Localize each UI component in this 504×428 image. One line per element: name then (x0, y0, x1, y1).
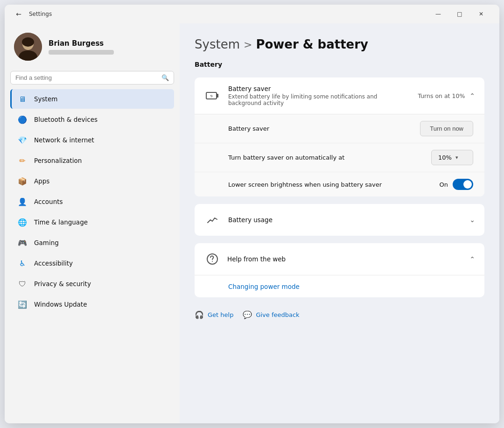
accounts-icon: 👤 (17, 196, 28, 207)
toggle-knob (463, 180, 472, 189)
auto-battery-label: Turn battery saver on automatically at (228, 154, 431, 161)
minimize-button[interactable]: — (427, 7, 449, 21)
give-feedback-label: Give feedback (256, 311, 299, 318)
search-box[interactable]: 🔍 (10, 71, 174, 84)
search-input[interactable] (15, 74, 158, 81)
battery-saver-text: Battery saver Extend battery life by lim… (228, 85, 410, 106)
sidebar-item-label: Personalization (34, 157, 82, 164)
battery-saver-inner-label: Battery saver (228, 125, 420, 132)
breadcrumb-system[interactable]: System (195, 37, 240, 51)
window-controls: — □ ✕ (427, 7, 492, 21)
footer-links: 🎧 Get help 💬 Give feedback (195, 305, 484, 321)
battery-saver-desc: Extend battery life by limiting some not… (228, 93, 410, 106)
brightness-state: On (440, 181, 448, 188)
sidebar-item-label: Gaming (34, 239, 59, 246)
privacy-icon: 🛡 (17, 279, 28, 289)
get-help-icon: 🎧 (195, 310, 204, 319)
breadcrumb-current: Power & battery (256, 37, 368, 51)
give-feedback-icon: 💬 (243, 310, 252, 319)
help-card: Help from the web ⌃ Changing power mode (195, 243, 484, 297)
breadcrumb: System > Power & battery (195, 37, 484, 51)
sidebar: Brian Burgess 🔍 🖥 System 🔵 Bluetooth & d… (5, 23, 180, 423)
svg-point-4 (22, 37, 34, 47)
system-icon: 🖥 (17, 94, 28, 104)
battery-usage-card: Battery usage ⌄ (195, 204, 484, 236)
main-content: System > Power & battery Battery (180, 23, 499, 423)
breadcrumb-separator: > (244, 39, 252, 50)
maximize-button[interactable]: □ (449, 7, 470, 21)
sidebar-item-label: Accessibility (34, 260, 73, 267)
sidebar-item-privacy[interactable]: 🛡 Privacy & security (10, 274, 174, 294)
user-profile: Brian Burgess (10, 27, 174, 70)
battery-usage-icon (204, 211, 221, 228)
sidebar-item-label: Accounts (34, 198, 63, 205)
sidebar-item-label: Network & internet (34, 136, 94, 144)
auto-battery-saver-row: Turn battery saver on automatically at 1… (195, 143, 484, 172)
close-button[interactable]: ✕ (470, 7, 492, 21)
get-help-link[interactable]: 🎧 Get help (195, 310, 233, 319)
sidebar-item-apps[interactable]: 📦 Apps (10, 171, 174, 191)
user-sub-info (49, 50, 114, 55)
update-icon: 🔄 (17, 299, 28, 309)
battery-saver-expanded: Battery saver Turn on now Turn battery s… (195, 114, 484, 196)
brightness-toggle[interactable] (453, 179, 473, 190)
battery-saver-inner-row: Battery saver Turn on now (195, 114, 484, 143)
network-icon: 💎 (17, 135, 28, 145)
bluetooth-icon: 🔵 (17, 114, 28, 125)
help-header: Help from the web ⌃ (195, 243, 484, 275)
battery-usage-chevron-icon[interactable]: ⌄ (469, 216, 475, 224)
help-chevron-up-icon[interactable]: ⌃ (469, 255, 475, 263)
changing-power-mode-link[interactable]: Changing power mode (228, 283, 300, 290)
battery-percentage-dropdown[interactable]: 10% ▾ (431, 150, 473, 165)
time-icon: 🌐 (17, 217, 28, 227)
chevron-up-icon[interactable]: ⌃ (469, 92, 475, 99)
sidebar-item-label: Time & language (34, 218, 88, 226)
sidebar-item-label: System (34, 95, 57, 103)
battery-section-title: Battery (195, 61, 484, 68)
get-help-label: Get help (208, 311, 233, 318)
sidebar-item-network[interactable]: 💎 Network & internet (10, 130, 174, 150)
battery-usage-row: Battery usage ⌄ (195, 204, 484, 236)
gaming-icon: 🎮 (17, 238, 28, 248)
user-info: Brian Burgess (49, 39, 114, 55)
help-label: Help from the web (227, 255, 463, 263)
turns-on-text: Turns on at 10% (418, 92, 465, 99)
battery-saver-card: Battery saver Extend battery life by lim… (195, 77, 484, 196)
sidebar-item-gaming[interactable]: 🎮 Gaming (10, 233, 174, 253)
battery-section: Battery (195, 61, 484, 70)
avatar (14, 33, 42, 61)
dropdown-arrow-icon: ▾ (455, 154, 458, 161)
sidebar-item-time[interactable]: 🌐 Time & language (10, 212, 174, 232)
help-body: Changing power mode (195, 275, 484, 297)
content-area: Brian Burgess 🔍 🖥 System 🔵 Bluetooth & d… (5, 23, 499, 423)
turn-on-action: Turn on now (420, 121, 473, 136)
settings-window: ← Settings — □ ✕ (5, 5, 499, 423)
window-title: Settings (29, 11, 52, 17)
svg-rect-6 (217, 94, 218, 98)
brightness-row: Lower screen brightness when using batte… (195, 172, 484, 196)
sidebar-item-label: Windows Update (34, 301, 87, 308)
sidebar-item-bluetooth[interactable]: 🔵 Bluetooth & devices (10, 110, 174, 129)
turn-on-now-button[interactable]: Turn on now (420, 121, 473, 136)
battery-saver-action: Turns on at 10% ⌃ (418, 92, 475, 99)
accessibility-icon: ♿ (17, 258, 28, 268)
sidebar-item-update[interactable]: 🔄 Windows Update (10, 295, 174, 314)
sidebar-item-system[interactable]: 🖥 System (10, 89, 174, 109)
brightness-toggle-wrap: On (440, 179, 473, 190)
give-feedback-link[interactable]: 💬 Give feedback (243, 310, 299, 319)
sidebar-item-accounts[interactable]: 👤 Accounts (10, 192, 174, 211)
personalization-icon: ✏ (17, 155, 28, 166)
battery-percentage-value: 10% (438, 154, 452, 161)
search-icon: 🔍 (161, 74, 169, 81)
help-icon (204, 251, 221, 267)
battery-usage-label: Battery usage (228, 216, 462, 224)
sidebar-item-personalization[interactable]: ✏ Personalization (10, 151, 174, 170)
sidebar-item-accessibility[interactable]: ♿ Accessibility (10, 253, 174, 273)
battery-saver-icon (204, 87, 221, 104)
battery-saver-header-row: Battery saver Extend battery life by lim… (195, 77, 484, 114)
back-button[interactable]: ← (12, 7, 25, 21)
sidebar-item-label: Privacy & security (34, 280, 91, 288)
user-name: Brian Burgess (49, 39, 114, 48)
titlebar: ← Settings — □ ✕ (5, 5, 499, 23)
apps-icon: 📦 (17, 176, 28, 186)
